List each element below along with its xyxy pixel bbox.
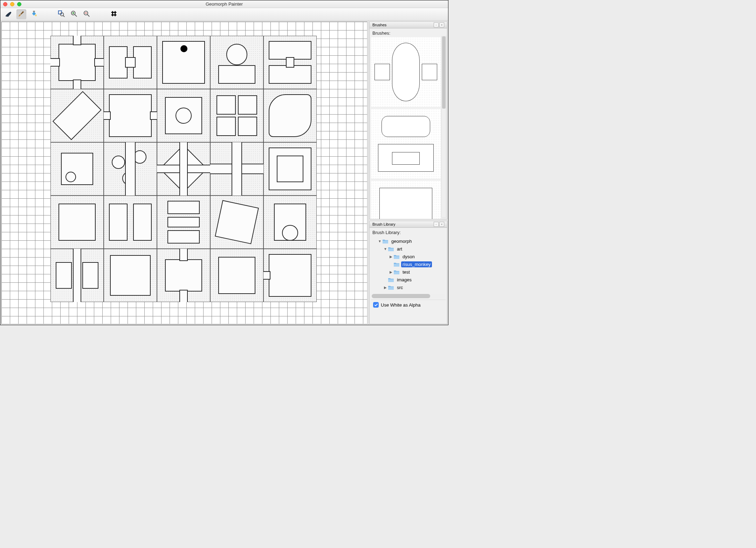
library-h-scrollbar[interactable] [372, 294, 445, 298]
tree-item-test[interactable]: ▶test [372, 268, 445, 276]
checkbox-checked-icon[interactable] [373, 302, 379, 308]
canvas[interactable] [1, 21, 367, 324]
panel-collapse-icon[interactable]: ▫ [434, 22, 439, 27]
brush-tool-button[interactable] [16, 9, 26, 19]
brushes-panel-title: Brushes [372, 23, 386, 27]
brush-thumb[interactable] [371, 181, 441, 219]
tree-item-dyson[interactable]: ▶dyson [372, 253, 445, 260]
tree-item-art[interactable]: ▼art [372, 245, 445, 253]
panel-collapse-icon[interactable]: ▫ [434, 222, 439, 227]
zoom-fit-icon [57, 10, 65, 19]
content-area: Brushes ▫ × Brushes: [0, 21, 448, 325]
chevron-right-icon[interactable]: ▶ [389, 270, 393, 274]
svg-line-6 [75, 15, 77, 17]
tree-item-label: src [396, 285, 404, 290]
fill-tool-button[interactable] [29, 9, 39, 19]
tree-item-geomorph[interactable]: ▼geomorph [372, 237, 445, 245]
tree-item-label: geomorph [390, 238, 413, 244]
tree-item-src[interactable]: ▶src [372, 283, 445, 291]
svg-line-4 [63, 16, 65, 17]
map-tiles [50, 36, 317, 302]
folder-icon [393, 254, 400, 259]
tree-item-label: risus_monkey [401, 261, 432, 267]
folder-icon [393, 270, 400, 274]
folder-icon [382, 239, 389, 244]
brushes-panel-header[interactable]: Brushes ▫ × [370, 22, 447, 28]
library-panel-header[interactable]: Brush Library ▫ × [370, 221, 447, 228]
tree-item-images[interactable]: ▶images [372, 276, 445, 283]
brush-list [371, 37, 446, 219]
chevron-down-icon[interactable]: ▼ [377, 239, 382, 243]
svg-point-0 [6, 15, 8, 17]
library-tree: ▼geomorph▼art▶dyson▶risus_monkey▶test▶im… [371, 237, 446, 293]
tree-item-label: dyson [401, 254, 416, 260]
chevron-right-icon[interactable]: ▶ [383, 286, 388, 289]
svg-rect-1 [33, 11, 35, 12]
folder-icon [388, 247, 394, 251]
library-label: Brush Library: [371, 229, 446, 237]
brushes-scrollbar[interactable] [441, 36, 446, 218]
grid-toggle-button[interactable] [109, 9, 119, 19]
toolbar [0, 8, 448, 21]
brush-library-panel: Brush Library ▫ × Brush Library: ▼geomor… [369, 221, 447, 324]
tree-item-label: test [401, 269, 411, 275]
grid-icon [110, 10, 118, 19]
brushes-panel-body: Brushes: [370, 28, 447, 219]
folder-icon [388, 278, 394, 282]
tree-item-label: images [396, 277, 413, 283]
tree-item-label: art [396, 246, 404, 252]
brush-thumb[interactable] [371, 37, 441, 107]
paintbrush-icon [18, 10, 25, 19]
library-panel-title: Brush Library [372, 222, 395, 226]
white-alpha-row[interactable]: Use White as Alpha [371, 300, 446, 310]
white-alpha-label: Use White as Alpha [381, 302, 420, 308]
window-title: Geomorph Painter [0, 1, 448, 7]
panel-close-icon[interactable]: × [439, 22, 444, 27]
folder-icon [388, 285, 394, 290]
zoom-out-icon [83, 10, 90, 19]
chevron-down-icon[interactable]: ▼ [383, 247, 388, 251]
stamp-tool-button[interactable] [4, 9, 14, 19]
brush-thumb[interactable] [371, 109, 441, 179]
brushes-panel: Brushes ▫ × Brushes: [369, 21, 447, 219]
brushes-label: Brushes: [371, 30, 446, 37]
zoom-in-icon [70, 10, 78, 19]
chevron-right-icon[interactable]: ▶ [389, 255, 393, 259]
svg-rect-2 [59, 11, 62, 14]
titlebar: Geomorph Painter [0, 0, 448, 8]
zoom-fit-button[interactable] [56, 9, 66, 19]
folder-icon [393, 262, 400, 267]
stamp-icon [5, 10, 13, 19]
zoom-out-button[interactable] [82, 9, 91, 19]
svg-line-10 [88, 15, 90, 17]
panel-close-icon[interactable]: × [439, 222, 444, 227]
paint-bucket-icon [30, 10, 38, 19]
side-panels: Brushes ▫ × Brushes: [368, 21, 448, 325]
tree-item-risus_monkey[interactable]: ▶risus_monkey [372, 260, 445, 268]
zoom-in-button[interactable] [69, 9, 79, 19]
